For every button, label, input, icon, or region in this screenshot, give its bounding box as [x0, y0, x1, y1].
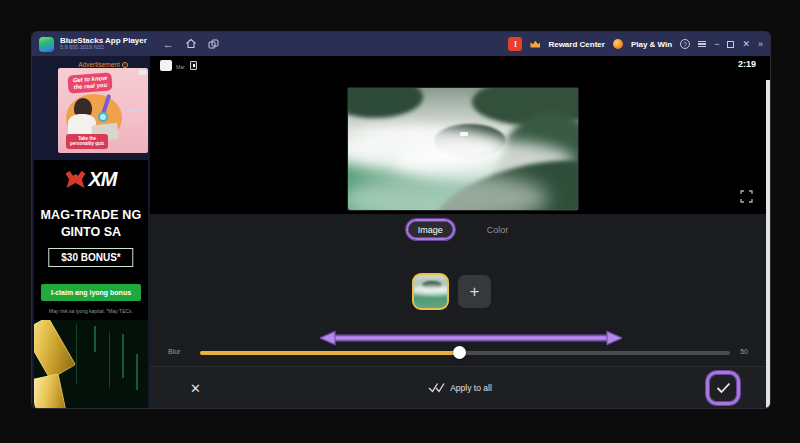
personality-quiz-ad[interactable]: Get to know the real you Take the person… — [58, 68, 148, 153]
confirm-button[interactable] — [711, 376, 735, 400]
file-label: Mar — [176, 64, 185, 70]
double-check-icon — [428, 382, 445, 393]
file-badge-icon — [190, 61, 197, 70]
blur-slider[interactable] — [200, 351, 730, 355]
play-and-win-icon — [613, 39, 623, 49]
blur-value: 50 — [740, 348, 748, 355]
add-clip-button[interactable]: + — [458, 275, 491, 308]
tab-color[interactable]: Color — [481, 222, 515, 238]
blur-slider-thumb[interactable] — [453, 346, 466, 359]
maximize-button[interactable] — [727, 41, 734, 48]
apply-to-all-label: Apply to all — [450, 383, 492, 393]
blur-slider-fill — [200, 351, 460, 355]
bluestacks-logo-icon — [39, 37, 54, 52]
adjust-panel: Image Color + Blur 50 — [150, 214, 770, 366]
close-button[interactable]: ✕ — [742, 40, 750, 49]
gold-bar — [34, 320, 76, 380]
tabs-row: Image Color — [150, 219, 770, 240]
xm-disclaimer: May risk sa iyong kapital. *May T&Cs. — [34, 308, 148, 314]
ad-sidebar: Advertisement i Get to know the real you… — [32, 56, 150, 408]
video-editor-app: Mar 2:19 Image Color — [150, 56, 770, 408]
annotation-ring-confirm — [706, 371, 740, 405]
apply-to-all-button[interactable]: Apply to all — [150, 367, 770, 408]
gold-bar — [34, 373, 69, 408]
xm-gold-bars-image — [34, 320, 148, 408]
advertisement-label: Advertisement — [78, 61, 120, 68]
xm-trading-ad[interactable]: XM MAG-TRADE NG GINTO SA $30 BONUS* I-cl… — [34, 160, 148, 408]
minimize-button[interactable]: − — [714, 40, 719, 49]
nav-icons: ← — [163, 35, 219, 53]
titlebar-right-cluster: ! Reward Center Play & Win ? − ✕ » — [508, 37, 763, 51]
clip-thumbnail-selected[interactable] — [412, 273, 449, 310]
ad-choices-icon[interactable] — [139, 70, 146, 75]
ad-plane-image — [126, 108, 142, 113]
titlebar: BlueStacks App Player 5.9.600.1019 N32 ←… — [32, 32, 770, 56]
bottom-action-bar: ✕ Apply to all — [150, 366, 770, 408]
ad-badge: Take the personality quiz — [66, 134, 108, 149]
xm-logo: XM — [34, 168, 148, 191]
back-icon[interactable]: ← — [163, 39, 174, 50]
blur-label: Blur — [168, 348, 180, 355]
video-preview[interactable] — [348, 88, 578, 210]
ad-info-icon[interactable]: i — [122, 62, 128, 68]
reward-center-button[interactable]: Reward Center — [548, 40, 604, 49]
annotation-double-arrow — [320, 330, 622, 346]
xm-headline-line2: GINTO SA — [34, 225, 148, 239]
version-text: 5.9.600.1019 N32 — [60, 45, 147, 51]
annotation-ellipse-image-tab: Image — [406, 219, 455, 240]
xm-claim-bonus-button[interactable]: I-claim ang iyong bonus — [41, 284, 141, 301]
alert-icon[interactable]: ! — [508, 37, 522, 51]
bluestacks-window: BlueStacks App Player 5.9.600.1019 N32 ←… — [32, 32, 770, 408]
help-icon[interactable]: ? — [680, 39, 690, 49]
tab-image[interactable]: Image — [409, 222, 452, 237]
title-block: BlueStacks App Player 5.9.600.1019 N32 — [60, 37, 147, 51]
xm-logo-text: XM — [89, 168, 117, 191]
fullscreen-icon[interactable] — [738, 188, 754, 204]
play-and-win-button[interactable]: Play & Win — [631, 40, 672, 49]
xm-bull-icon — [66, 171, 86, 188]
ad-magnifier-image — [98, 112, 108, 122]
crown-icon — [530, 41, 540, 48]
collapsed-toolbar-handle[interactable] — [766, 80, 770, 408]
ad-headline: Get to know the real you — [67, 72, 113, 93]
xm-bonus-box: $30 BONUS* — [48, 248, 133, 267]
collapse-toolbar-icon[interactable]: » — [758, 40, 763, 49]
check-icon — [716, 382, 731, 394]
multi-instance-icon[interactable] — [208, 35, 219, 53]
status-bar-clock: 2:19 — [738, 59, 756, 69]
home-icon[interactable] — [185, 35, 197, 53]
advertisement-header: Advertisement i — [58, 61, 148, 68]
file-icon[interactable] — [160, 60, 172, 71]
menu-icon[interactable] — [698, 41, 706, 48]
xm-headline-line1: MAG-TRADE NG — [34, 208, 148, 222]
